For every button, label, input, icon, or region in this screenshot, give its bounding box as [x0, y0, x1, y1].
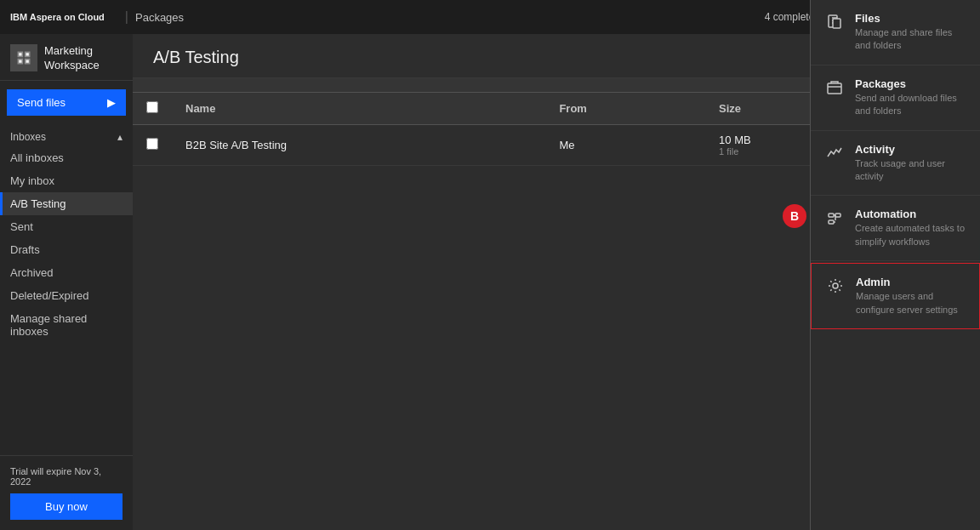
admin-menu-text: Admin Manage users and configure server …: [856, 276, 966, 316]
menu-item-admin[interactable]: Admin Manage users and configure server …: [811, 263, 980, 329]
svg-point-19: [833, 283, 838, 288]
menu-item-packages[interactable]: Packages Send and download files and fol…: [811, 66, 980, 131]
select-all-header: [133, 93, 172, 125]
sidebar-item-all-inboxes[interactable]: All inboxes: [0, 146, 133, 169]
files-menu-text: Files Manage and share files and folders: [855, 12, 966, 53]
sidebar-header: Marketing Workspace: [0, 34, 133, 81]
automation-icon: [824, 208, 845, 228]
sidebar-bottom: Trial will expire Nov 3, 2022 Buy now: [0, 455, 133, 530]
svg-rect-13: [829, 214, 834, 217]
packages-desc: Send and download files and folders: [855, 92, 966, 118]
send-files-arrow-icon: ▶: [107, 96, 116, 109]
workspace-title: Marketing Workspace: [44, 44, 122, 73]
sidebar-item-manage-shared-inboxes[interactable]: Manage shared inboxes: [0, 307, 133, 343]
packages-breadcrumb[interactable]: Packages: [135, 11, 184, 24]
main-layout: Marketing Workspace Send files ▶ Inboxes…: [0, 34, 980, 530]
activity-icon: [824, 143, 845, 163]
package-from-cell: Me: [545, 125, 705, 166]
deleted-expired-label: Deleted/Expired: [10, 289, 89, 302]
sidebar-item-ab-testing[interactable]: A/B Testing: [0, 192, 133, 215]
row-checkbox-cell: [133, 125, 172, 166]
apps-menu: Files Manage and share files and folders…: [810, 0, 980, 530]
automation-title: Automation: [855, 208, 966, 220]
sidebar-item-deleted-expired[interactable]: Deleted/Expired: [0, 284, 133, 307]
svg-rect-14: [835, 214, 840, 217]
menu-item-automation[interactable]: Automation Create automated tasks to sim…: [811, 196, 980, 261]
sent-label: Sent: [10, 220, 33, 233]
manage-shared-inboxes-label: Manage shared inboxes: [10, 312, 87, 338]
name-column-header[interactable]: Name: [172, 93, 545, 125]
automation-menu-text: Automation Create automated tasks to sim…: [855, 208, 966, 248]
my-inbox-label: My inbox: [10, 174, 54, 187]
svg-rect-15: [829, 220, 834, 224]
send-files-button[interactable]: Send files ▶: [7, 89, 126, 116]
automation-desc: Create automated tasks to simplify workf…: [855, 222, 966, 248]
files-desc: Manage and share files and folders: [855, 26, 966, 53]
files-title: Files: [855, 12, 966, 25]
admin-desc: Manage users and configure server settin…: [856, 290, 966, 316]
sidebar: Marketing Workspace Send files ▶ Inboxes…: [0, 34, 133, 530]
drafts-label: Drafts: [10, 243, 40, 256]
sidebar-item-archived[interactable]: Archived: [0, 261, 133, 284]
workspace-logo: [10, 44, 37, 71]
buy-now-button[interactable]: Buy now: [10, 493, 122, 520]
send-files-label: Send files: [17, 96, 66, 109]
row-checkbox[interactable]: [146, 138, 158, 150]
inboxes-label: Inboxes: [10, 131, 46, 143]
archived-label: Archived: [10, 266, 54, 279]
package-name-cell: B2B Site A/B Testing: [172, 125, 545, 166]
brand-name: IBM Aspera on Cloud: [10, 12, 105, 22]
from-column-header[interactable]: From: [545, 93, 705, 125]
inboxes-section-header[interactable]: Inboxes ▴: [0, 124, 133, 146]
admin-icon: [825, 276, 846, 296]
brand-area: IBM Aspera on Cloud: [10, 12, 105, 22]
sidebar-item-my-inbox[interactable]: My inbox: [0, 169, 133, 192]
packages-icon: [824, 77, 845, 98]
sidebar-item-drafts[interactable]: Drafts: [0, 238, 133, 261]
menu-item-activity[interactable]: Activity Track usage and user activity: [811, 131, 980, 197]
files-icon: [824, 12, 845, 32]
activity-title: Activity: [855, 143, 966, 156]
nav-separator: |: [125, 9, 128, 25]
select-all-checkbox[interactable]: [146, 101, 158, 113]
ab-testing-label: A/B Testing: [10, 197, 66, 210]
sidebar-item-sent[interactable]: Sent: [0, 215, 133, 238]
activity-desc: Track usage and user activity: [855, 157, 966, 184]
packages-title: Packages: [855, 77, 966, 90]
all-inboxes-label: All inboxes: [10, 151, 64, 164]
b-badge: B: [783, 204, 806, 228]
packages-menu-text: Packages Send and download files and fol…: [855, 77, 966, 118]
activity-menu-text: Activity Track usage and user activity: [855, 143, 966, 184]
trial-text: Trial will expire Nov 3, 2022: [10, 466, 122, 487]
svg-rect-11: [828, 83, 841, 94]
svg-rect-10: [833, 19, 840, 28]
admin-title: Admin: [856, 276, 966, 288]
inboxes-collapse-icon: ▴: [117, 131, 122, 143]
menu-item-files[interactable]: Files Manage and share files and folders: [811, 0, 980, 66]
